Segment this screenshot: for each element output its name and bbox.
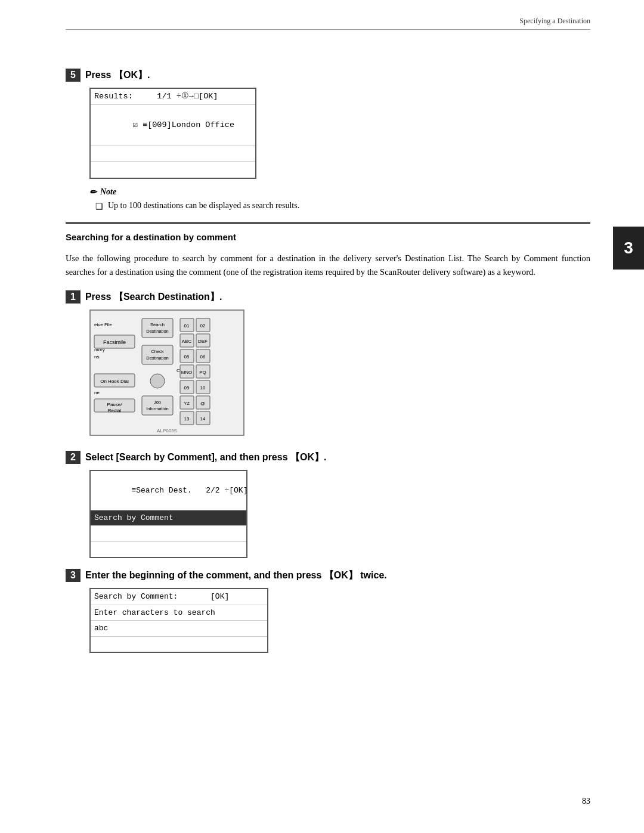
lcd-row-2: ☑ ≡[009]London Office (91, 105, 255, 145)
svg-rect-20 (142, 396, 173, 415)
step-3-header: 3 Enter the beginning of the comment, an… (66, 569, 590, 582)
step-3-label: Enter the beginning of the comment, and … (85, 569, 387, 582)
step-1-number: 1 (66, 290, 80, 304)
note-header: ✏ Note (89, 187, 590, 197)
svg-rect-16 (142, 345, 173, 364)
svg-text:10: 10 (200, 385, 206, 391)
svg-text:PQ: PQ (199, 370, 206, 375)
step-2-lcd-row2: Search by Comment (91, 510, 246, 527)
svg-text:Check: Check (151, 349, 164, 354)
section-divider (66, 222, 590, 224)
svg-text:On Hook Dial: On Hook Dial (100, 379, 129, 384)
step-3-lcd-row3: abc (91, 621, 267, 637)
svg-text:ABC: ABC (182, 339, 192, 344)
svg-text:MNO: MNO (181, 370, 193, 375)
checkbox-icon: ☑ (133, 120, 138, 129)
step-2-header: 2 Select [Search by Comment], and then p… (66, 451, 590, 464)
header-title: Specifying a Destination (519, 17, 590, 26)
page-number: 83 (582, 797, 590, 806)
list-icon: ≡ (131, 486, 136, 495)
lcd-row-3 (91, 145, 255, 162)
step-5-lcd: Results: 1/1 ÷①→□[OK] ☑ ≡[009]London Off… (89, 88, 256, 179)
svg-text:ALP003S: ALP003S (157, 428, 177, 433)
note-section: ✏ Note ❑ Up to 100 destinations can be d… (89, 187, 590, 212)
step-3-lcd-row1: Search by Comment: [OK] (91, 589, 267, 605)
svg-text:DEF: DEF (198, 339, 208, 344)
svg-text:Search: Search (150, 322, 165, 327)
svg-text:02: 02 (200, 323, 206, 329)
svg-text:YZ: YZ (184, 401, 190, 406)
note-label: Note (100, 187, 116, 197)
page: Specifying a Destination 3 83 5 Press 【O… (0, 0, 644, 833)
search-section-heading: Searching for a destination by comment (66, 230, 590, 244)
step-2-lcd-row4 (91, 542, 246, 558)
step-1-label: Press 【Search Destination】. (85, 291, 222, 304)
step-2-section: 2 Select [Search by Comment], and then p… (66, 451, 590, 558)
pencil-icon: ✏ (89, 187, 97, 197)
svg-text:06: 06 (200, 354, 206, 360)
svg-text:Destination: Destination (146, 355, 169, 361)
step-2-label: Select [Search by Comment], and then pre… (85, 451, 327, 464)
svg-text:Information: Information (146, 406, 169, 411)
lcd-row-1: Results: 1/1 ÷①→□[OK] (91, 89, 255, 105)
step-1-section: 1 Press 【Search Destination】. eive File … (66, 290, 590, 440)
step-3-lcd: Search by Comment: [OK] Enter characters… (89, 588, 268, 653)
step-3-section: 3 Enter the beginning of the comment, an… (66, 569, 590, 653)
svg-text:01: 01 (184, 323, 190, 329)
step-2-number: 2 (66, 451, 80, 464)
svg-text:@: @ (200, 401, 205, 406)
svg-text:Facsimile: Facsimile (103, 339, 126, 345)
note-text: Up to 100 destinations can be displayed … (108, 201, 299, 212)
svg-text:eive File: eive File (94, 322, 112, 327)
svg-text:Job: Job (154, 400, 161, 405)
svg-text:Pause/: Pause/ (107, 402, 123, 407)
step-3-lcd-row2: Enter characters to search (91, 605, 267, 621)
svg-text:05: 05 (184, 354, 190, 360)
device-image: eive File mory ns. tail ne Facsimile On … (89, 309, 244, 438)
note-bullet-icon: ❑ (95, 202, 103, 212)
step-1-header: 1 Press 【Search Destination】. (66, 290, 590, 304)
svg-text:Destination: Destination (146, 329, 169, 334)
svg-point-19 (150, 374, 165, 388)
svg-text:09: 09 (184, 385, 190, 391)
step-2-lcd-row3 (91, 526, 246, 542)
svg-text:Redial: Redial (108, 408, 122, 413)
step-5-header: 5 Press 【OK】. (66, 69, 590, 82)
step-5-label: Press 【OK】. (85, 69, 150, 82)
lcd-row-4 (91, 162, 255, 177)
step-3-lcd-row4 (91, 637, 267, 652)
device-image-wrapper: eive File mory ns. tail ne Facsimile On … (89, 309, 590, 440)
chapter-tab: 3 (613, 227, 644, 270)
search-section-body: Use the following procedure to search by… (66, 252, 590, 280)
svg-text:C: C (177, 368, 180, 373)
step-2-lcd: ≡≡Search Dest. 2/2 ÷[OK]Search Dest. 2/2… (89, 470, 247, 558)
svg-text:ne: ne (94, 390, 100, 395)
svg-rect-13 (142, 318, 173, 337)
page-header: Specifying a Destination (66, 17, 590, 30)
step-5-number: 5 (66, 69, 80, 82)
svg-text:ns.: ns. (94, 354, 101, 360)
note-item: ❑ Up to 100 destinations can be displaye… (95, 201, 590, 212)
step-2-lcd-row1: ≡≡Search Dest. 2/2 ÷[OK]Search Dest. 2/2… (91, 471, 246, 510)
step-3-number: 3 (66, 569, 80, 582)
step-5-section: 5 Press 【OK】. Results: 1/1 ÷①→□[OK] ☑ ≡[… (66, 69, 590, 212)
svg-text:14: 14 (200, 416, 206, 422)
svg-text:13: 13 (184, 416, 190, 422)
